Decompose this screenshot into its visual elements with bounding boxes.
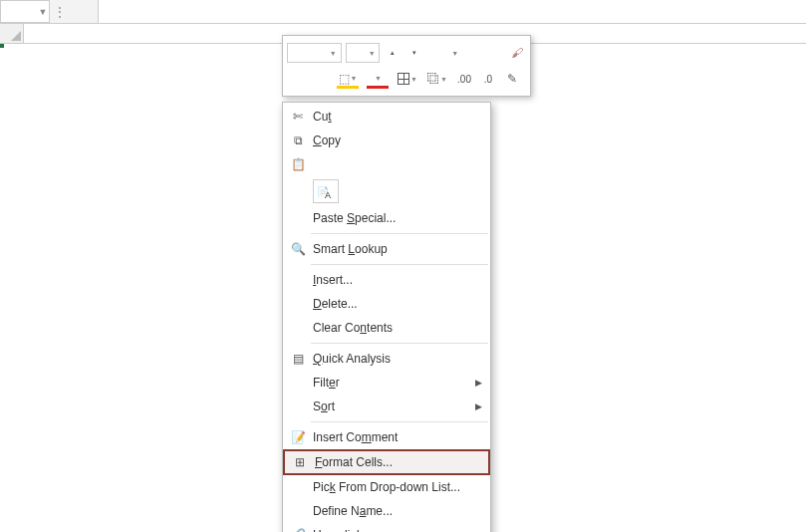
- context-menu: ✄ Cut ⧉ Copy 📋 📄A Paste Special... 🔍 Sma…: [282, 102, 491, 532]
- chevron-down-icon: ▼: [330, 50, 337, 57]
- formula-bar: ▼ ⋮: [0, 0, 806, 24]
- borders-icon[interactable]: ▼: [395, 69, 420, 89]
- menu-insert[interactable]: Insert...: [283, 268, 490, 292]
- menu-paste-special[interactable]: Paste Special...: [283, 206, 490, 230]
- menu-format-cells[interactable]: ⊞ Format Cells...: [283, 449, 490, 475]
- copy-icon: ⧉: [287, 133, 309, 147]
- separator: [311, 264, 488, 265]
- format-painter-icon[interactable]: 🖌: [507, 43, 526, 63]
- submenu-arrow-icon: ▶: [475, 401, 482, 411]
- comma-icon[interactable]: [485, 43, 504, 63]
- selection-outline: [0, 44, 4, 48]
- menu-cut[interactable]: ✄ Cut: [283, 105, 490, 129]
- increase-font-icon[interactable]: ▴: [384, 43, 403, 63]
- merge-icon[interactable]: ⿻▼: [424, 69, 450, 89]
- font-select[interactable]: ▼: [287, 43, 342, 63]
- comment-icon: 📝: [287, 430, 309, 444]
- menu-paste-options-label: 📋: [283, 152, 490, 176]
- format-painter-icon[interactable]: ✎: [502, 69, 522, 89]
- menu-insert-comment[interactable]: 📝 Insert Comment: [283, 425, 490, 449]
- paste-icon: 📋: [287, 157, 309, 171]
- paste-default-icon[interactable]: 📄A: [313, 179, 339, 203]
- menu-clear-contents[interactable]: Clear Contents: [283, 316, 490, 340]
- format-cells-icon: ⊞: [289, 455, 311, 469]
- quick-analysis-icon: ▤: [287, 352, 309, 366]
- menu-copy[interactable]: ⧉ Copy: [283, 129, 490, 152]
- decrease-decimal-icon[interactable]: .0: [478, 69, 498, 89]
- mini-toolbar: ▼ ▼ ▴ ▾ ▼ 🖌 ⬚▼ ▼ ▼ ⿻▼ .00 .0 ✎: [282, 35, 531, 97]
- currency-icon[interactable]: [428, 43, 447, 63]
- hyperlink-icon: 🔗: [287, 528, 309, 532]
- select-all-triangle[interactable]: [0, 24, 24, 44]
- menu-sort[interactable]: Sort ▶: [283, 395, 490, 418]
- menu-define-name[interactable]: Define Name...: [283, 499, 490, 523]
- quick-access: ⋮: [50, 5, 70, 19]
- chevron-down-icon: ▼: [369, 50, 376, 57]
- menu-pick-from-list[interactable]: Pick From Drop-down List...: [283, 475, 490, 499]
- menu-delete[interactable]: Delete...: [283, 292, 490, 316]
- percent-icon[interactable]: [462, 43, 481, 63]
- separator: [311, 343, 488, 344]
- increase-decimal-icon[interactable]: .00: [454, 69, 474, 89]
- menu-smart-lookup[interactable]: 🔍 Smart Lookup: [283, 237, 490, 261]
- chevron-down-icon: ▼: [451, 50, 458, 57]
- menu-paste-options-buttons: 📄A: [283, 176, 490, 206]
- formula-input[interactable]: [98, 0, 806, 23]
- menu-hyperlink[interactable]: 🔗 Hyperlink...: [283, 523, 490, 532]
- font-color-icon[interactable]: ▼: [365, 69, 391, 89]
- separator: [311, 233, 488, 234]
- italic-button[interactable]: [311, 69, 331, 89]
- menu-quick-analysis[interactable]: ▤ Quick Analysis: [283, 347, 490, 371]
- chevron-down-icon: ▼: [37, 7, 49, 17]
- menu-filter[interactable]: Filter ▶: [283, 371, 490, 395]
- fill-color-icon[interactable]: ⬚▼: [335, 69, 361, 89]
- separator: [311, 421, 488, 422]
- submenu-arrow-icon: ▶: [475, 378, 482, 388]
- cut-icon: ✄: [287, 110, 309, 124]
- bold-button[interactable]: [287, 69, 307, 89]
- name-box[interactable]: ▼: [0, 0, 50, 23]
- font-size-select[interactable]: ▼: [346, 43, 380, 63]
- decrease-font-icon[interactable]: ▾: [405, 43, 424, 63]
- search-icon: 🔍: [287, 242, 309, 256]
